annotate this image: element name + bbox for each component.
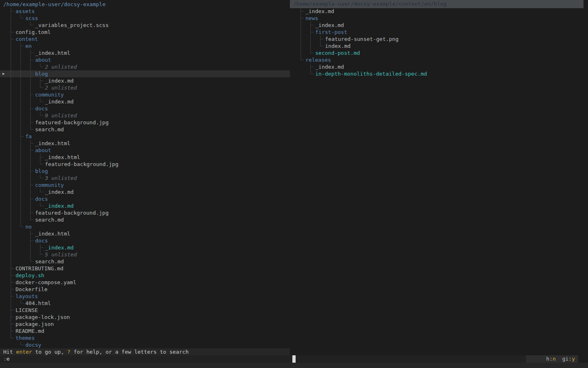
- tree-row--index-html[interactable]: _index.html: [0, 140, 290, 147]
- tree-row-featured-background-jpg[interactable]: featured-background.jpg: [0, 209, 290, 216]
- tree-branch: [11, 63, 11, 70]
- tree-row-2-unlisted[interactable]: 2 unlisted: [0, 63, 290, 70]
- tree-row--index-md[interactable]: _index.md: [290, 63, 588, 70]
- tree-branch: [20, 63, 21, 70]
- tree-row--index-md[interactable]: _index.md: [290, 22, 588, 29]
- tree-row-no[interactable]: no: [0, 223, 290, 230]
- tree-row--index-md[interactable]: _index.md: [0, 98, 290, 105]
- command-input[interactable]: :e: [0, 355, 290, 363]
- tree-row--index-md[interactable]: _index.md: [0, 244, 290, 251]
- tree-branch: [20, 98, 21, 105]
- tree-row-docsy[interactable]: docsy: [0, 341, 290, 348]
- file-name: package.json: [16, 321, 54, 328]
- tree-row-featured-background-jpg[interactable]: featured-background.jpg: [0, 161, 290, 168]
- tree-row-assets[interactable]: assets: [0, 8, 290, 15]
- tree-row-content[interactable]: content: [0, 36, 290, 43]
- file-name: featured-background.jpg: [45, 161, 118, 168]
- tree-row-blog[interactable]: blog: [0, 168, 290, 175]
- tree-row-search-md[interactable]: search.md: [0, 126, 290, 133]
- tree-row-docker-compose-yaml[interactable]: docker-compose.yaml: [0, 279, 290, 286]
- tree-branch: [11, 300, 11, 307]
- tree-row-in-depth-monoliths-detailed-spec-md[interactable]: in-depth-monoliths-detailed-spec.md: [290, 70, 588, 77]
- tree-branch: [21, 46, 24, 46]
- tree-row-fa[interactable]: fa: [0, 133, 290, 140]
- flag-hidden-value: n: [552, 356, 556, 362]
- tree-branch: [20, 49, 21, 56]
- unlisted-count: 2 unlisted: [45, 63, 77, 70]
- tree-row-3-unlisted[interactable]: 3 unlisted: [0, 175, 290, 182]
- tree-branch: [310, 36, 311, 43]
- tree-row--index-html[interactable]: _index.html: [0, 154, 290, 161]
- dir-name: news: [305, 15, 318, 22]
- tree-branch: [21, 303, 24, 303]
- tree-row-about[interactable]: about: [0, 147, 290, 154]
- tree-row-news[interactable]: news: [290, 15, 588, 22]
- tree-row-config-toml[interactable]: config.toml: [0, 29, 290, 36]
- tree-row--index-html[interactable]: _index.html: [0, 230, 290, 237]
- selection-arrow-icon: ▶: [2, 70, 4, 77]
- tree-row-2-unlisted[interactable]: 2 unlisted: [0, 84, 290, 91]
- tree-branch: [11, 175, 11, 182]
- tree-branch: [40, 164, 43, 164]
- tree-row-404-html[interactable]: 404.html: [0, 300, 290, 307]
- tree-row-community[interactable]: community: [0, 182, 290, 188]
- tree-row-blog[interactable]: ▶blog: [0, 70, 290, 77]
- tree-row-about[interactable]: about: [0, 56, 290, 63]
- tree-branch: [301, 22, 301, 29]
- tree-branch: [31, 25, 33, 25]
- tree-branch: [321, 39, 323, 39]
- file-name: featured-sunset-get.png: [325, 36, 399, 43]
- tree-branch: [31, 220, 33, 220]
- tree-row--index-md[interactable]: _index.md: [290, 8, 588, 15]
- tree-row--index-md[interactable]: _index.md: [0, 202, 290, 209]
- file-name: _index.md: [305, 8, 334, 15]
- tree-row-search-md[interactable]: search.md: [0, 216, 290, 223]
- tree-branch: [20, 147, 21, 154]
- tree-branch: [30, 251, 31, 258]
- file-name: _variables_project.scss: [35, 22, 109, 29]
- tree-row-featured-sunset-get-png[interactable]: featured-sunset-get.png: [290, 36, 588, 43]
- tree-row-license[interactable]: LICENSE: [0, 307, 290, 314]
- status-text: for help, or a few letters to search: [70, 349, 189, 355]
- tree-branch: [20, 91, 21, 98]
- file-name: _index.html: [35, 140, 70, 147]
- tree-branch: [20, 77, 21, 84]
- tree-branch: [30, 77, 31, 84]
- tree-row--index-md[interactable]: _index.md: [0, 188, 290, 195]
- tree-row-featured-background-jpg[interactable]: featured-background.jpg: [0, 119, 290, 126]
- tree-row-themes[interactable]: themes: [0, 334, 290, 341]
- tree-row-layouts[interactable]: layouts: [0, 293, 290, 300]
- dir-name: fa: [25, 133, 32, 140]
- tree-row-9-unlisted[interactable]: 9 unlisted: [0, 112, 290, 119]
- file-name: docker-compose.yaml: [16, 279, 76, 286]
- tree-row-dockerfile[interactable]: Dockerfile: [0, 286, 290, 293]
- tree-row-docs[interactable]: docs: [0, 237, 290, 244]
- tree-branch: [40, 88, 43, 88]
- status-bar: Hit enter to go up, ? for help, or a few…: [0, 348, 290, 355]
- tree-row-releases[interactable]: releases: [290, 56, 588, 63]
- tree-branch: [11, 56, 11, 63]
- tree-branch: [31, 129, 33, 130]
- tree-row-index-md[interactable]: index.md: [290, 43, 588, 49]
- tree-row-package-lock-json[interactable]: package-lock.json: [0, 314, 290, 321]
- tree-branch: [30, 112, 31, 119]
- tree-row-search-md[interactable]: search.md: [0, 258, 290, 265]
- tree-row-docs[interactable]: docs: [0, 195, 290, 202]
- tree-row-second-post-md[interactable]: second-post.md: [290, 49, 588, 56]
- tree-row-docs[interactable]: docs: [0, 105, 290, 112]
- tree-row-scss[interactable]: scss: [0, 15, 290, 22]
- tree-row-package-json[interactable]: package.json: [0, 321, 290, 328]
- tree-row-community[interactable]: community: [0, 91, 290, 98]
- tree-branch: [40, 178, 43, 178]
- tree-row--index-html[interactable]: _index.html: [0, 49, 290, 56]
- tree-row-contributing-md[interactable]: CONTRIBUTING.md: [0, 265, 290, 272]
- tree-row-readme-md[interactable]: README.md: [0, 328, 290, 334]
- tree-branch: [301, 43, 301, 49]
- tree-row-en[interactable]: en: [0, 43, 290, 49]
- tree-row-first-post[interactable]: first-post: [290, 29, 588, 36]
- status-text: to go up,: [32, 349, 67, 355]
- tree-row-deploy-sh[interactable]: deploy.sh: [0, 272, 290, 279]
- tree-row-5-unlisted[interactable]: 5 unlisted: [0, 251, 290, 258]
- tree-row--variables-project-scss[interactable]: _variables_project.scss: [0, 22, 290, 29]
- tree-row--index-md[interactable]: _index.md: [0, 77, 290, 84]
